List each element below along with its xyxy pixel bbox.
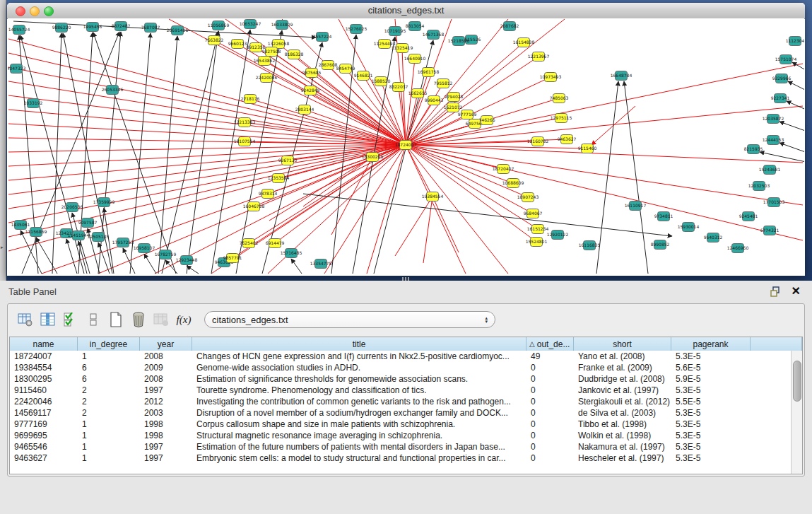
column-header-pagerank[interactable]: pagerank bbox=[671, 337, 751, 351]
graph-node[interactable]: 12923448 bbox=[176, 256, 198, 265]
graph-node[interactable]: 8872487 bbox=[112, 22, 131, 31]
graph-node[interactable]: 16782759 bbox=[155, 250, 177, 259]
function-builder-icon[interactable]: f(x) bbox=[173, 309, 194, 330]
graph-node[interactable]: 2718176 bbox=[241, 95, 260, 104]
graph-node[interactable]: 9990443 bbox=[425, 96, 444, 105]
column-header-out_degree[interactable]: △out_de... bbox=[526, 337, 574, 351]
graph-node[interactable]: 8990852 bbox=[651, 240, 670, 250]
graph-node[interactable]: 9886220 bbox=[52, 23, 71, 33]
graph-node[interactable]: 16046758 bbox=[243, 202, 265, 211]
graph-node[interactable]: 19384554 bbox=[422, 192, 444, 201]
graph-node[interactable]: 16543862 bbox=[254, 57, 276, 66]
graph-node[interactable]: 7625402 bbox=[240, 239, 259, 248]
graph-node[interactable]: 7663822 bbox=[205, 36, 224, 45]
graph-node[interactable]: 12160782 bbox=[527, 137, 549, 146]
table-row[interactable]: 911546021997Tourette syndrome. Phenomeno… bbox=[10, 385, 792, 396]
graph-node[interactable]: 18907243 bbox=[517, 193, 539, 202]
graph-node[interactable]: 2033192 bbox=[24, 99, 43, 108]
graph-node[interactable]: 9267130 bbox=[278, 156, 298, 165]
graph-node[interactable]: 16648784 bbox=[611, 71, 632, 81]
graph-node[interactable]: 1435061 bbox=[11, 221, 30, 230]
table-row[interactable]: 946362711997Embryonic stem cells: a mode… bbox=[10, 452, 792, 464]
graph-node[interactable]: 9146821 bbox=[354, 71, 373, 81]
graph-node[interactable]: 18107554 bbox=[234, 137, 256, 146]
column-header-short[interactable]: short bbox=[574, 337, 671, 351]
graph-node[interactable]: 15524801 bbox=[526, 238, 548, 247]
column-header-name[interactable]: name bbox=[10, 337, 78, 351]
unselect-all-icon[interactable] bbox=[83, 309, 104, 330]
graph-node[interactable]: 9734811 bbox=[654, 212, 673, 221]
graph-node[interactable]: 10688609 bbox=[502, 179, 524, 188]
graph-node[interactable]: 7955812 bbox=[434, 79, 453, 88]
graph-node[interactable]: 2867608 bbox=[319, 61, 338, 70]
table-row[interactable]: 969969511998Structural magnetic resonanc… bbox=[10, 430, 792, 441]
graph-node[interactable]: 9660123 bbox=[228, 40, 247, 49]
graph-node[interactable]: 6914479 bbox=[266, 239, 285, 248]
graph-node[interactable]: 12466960 bbox=[727, 244, 749, 253]
table-row[interactable]: 946554611997Estimation of the future num… bbox=[10, 441, 792, 452]
graph-node[interactable]: 7485063 bbox=[550, 94, 569, 103]
graph-node[interactable]: 9463627 bbox=[558, 135, 577, 144]
float-panel-icon[interactable] bbox=[770, 286, 781, 297]
graph-node[interactable]: 9115460 bbox=[578, 144, 597, 153]
graph-node[interactable]: 16116835 bbox=[579, 241, 601, 250]
delete-table-icon[interactable] bbox=[128, 309, 149, 330]
graph-node[interactable]: 15243681 bbox=[759, 165, 781, 175]
graph-node[interactable]: 16110917 bbox=[625, 201, 647, 211]
graph-node[interactable]: 16961758 bbox=[418, 68, 440, 77]
graph-node[interactable]: 12032503 bbox=[748, 182, 770, 191]
collapsed-panel-strip[interactable]: ▸ bbox=[0, 0, 6, 281]
graph-node[interactable]: 20691406 bbox=[167, 26, 189, 35]
graph-node[interactable]: 11156869 bbox=[25, 228, 47, 237]
graph-node[interactable]: 1588520 bbox=[372, 77, 391, 86]
table-row[interactable]: 1938455462009Genome-wide association stu… bbox=[10, 362, 792, 373]
network-canvas[interactable]: 1405572498862201495456887248776870872069… bbox=[8, 18, 804, 276]
graph-node[interactable]: 14671368 bbox=[423, 30, 445, 40]
graph-node[interactable]: 16151234 bbox=[527, 225, 549, 234]
graph-node[interactable]: 16640910 bbox=[404, 54, 426, 64]
graph-node[interactable]: 17701503 bbox=[763, 198, 785, 207]
graph-node[interactable]: 9875685 bbox=[302, 69, 322, 78]
graph-node[interactable]: 12920122 bbox=[547, 230, 569, 240]
graph-node[interactable]: 8813054 bbox=[406, 22, 425, 31]
show-column-icon[interactable] bbox=[37, 309, 59, 330]
graph-node[interactable]: 10719195 bbox=[384, 27, 406, 36]
panel-expand-arrow-icon[interactable]: ▸ bbox=[1, 245, 4, 250]
table-row[interactable]: 1456911722003Disruption of a novel membe… bbox=[10, 407, 792, 419]
table-chooser-dropdown[interactable]: citations_edges.txt ▴▾ bbox=[204, 311, 495, 328]
graph-node[interactable]: 1621072 bbox=[444, 103, 463, 112]
graph-node[interactable]: 9684067 bbox=[524, 209, 543, 218]
table-settings-icon[interactable] bbox=[15, 309, 36, 330]
graph-node[interactable]: 1112304 bbox=[786, 37, 804, 46]
graph-node[interactable]: 8322037 bbox=[389, 83, 408, 92]
scrollbar-thumb[interactable] bbox=[793, 361, 801, 402]
graph-node[interactable]: 9878314 bbox=[259, 189, 278, 199]
window-titlebar[interactable]: citations_edges.txt bbox=[7, 3, 805, 19]
new-table-icon[interactable] bbox=[105, 309, 126, 330]
graph-node[interactable]: 15930014 bbox=[678, 223, 700, 232]
network-graph[interactable]: 1405572498862201495456887248776870872069… bbox=[8, 18, 804, 276]
graph-node[interactable]: 9327508 bbox=[262, 47, 281, 57]
graph-node[interactable]: 2087682 bbox=[500, 22, 519, 31]
graph-node[interactable]: 15276025 bbox=[346, 25, 367, 34]
column-header-in_degree[interactable]: in_degree bbox=[78, 337, 140, 351]
graph-node[interactable]: 22420046 bbox=[256, 74, 278, 83]
graph-node[interactable]: 12975115 bbox=[551, 114, 572, 123]
graph-node[interactable]: 7557224 bbox=[313, 33, 332, 42]
column-header-year[interactable]: year bbox=[140, 337, 192, 351]
graph-node[interactable]: 26053346 bbox=[102, 86, 124, 95]
table-row[interactable]: 977716911998Corpus callosum shape and si… bbox=[10, 419, 792, 430]
graph-node[interactable]: 15716485 bbox=[281, 249, 302, 258]
graph-node[interactable]: 17957253 bbox=[112, 238, 134, 247]
graph-node[interactable]: 14055724 bbox=[8, 25, 30, 35]
graph-node[interactable]: 16033809 bbox=[271, 21, 293, 30]
graph-node[interactable]: 746266 bbox=[479, 116, 495, 125]
graph-node[interactable]: 4047323 bbox=[8, 64, 26, 74]
graph-node[interactable]: 9794028 bbox=[445, 93, 464, 102]
graph-node[interactable]: 20206536 bbox=[61, 203, 83, 212]
graph-node[interactable]: 9242848 bbox=[301, 86, 320, 95]
graph-node[interactable]: 9245481 bbox=[739, 212, 758, 221]
graph-node[interactable]: 7687087 bbox=[141, 23, 160, 33]
graph-node[interactable]: 18300295 bbox=[362, 153, 384, 162]
table-row[interactable]: 2242004622012Investigating the contribut… bbox=[10, 396, 792, 407]
